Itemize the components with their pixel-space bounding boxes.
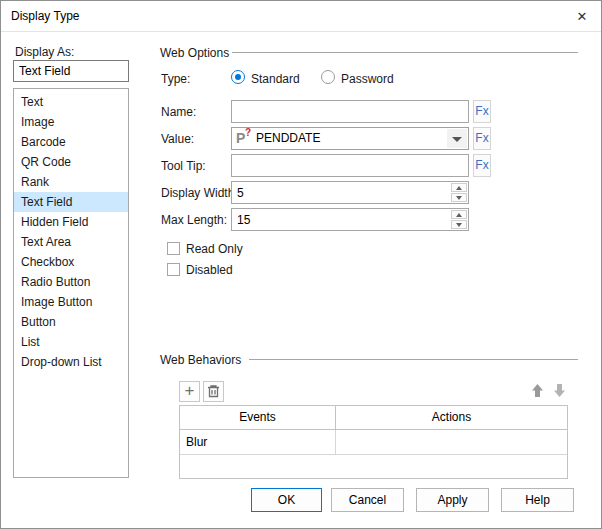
read-only-checkbox[interactable]	[167, 242, 180, 255]
display-as-listbox: Text Image Barcode QR Code Rank Text Fie…	[13, 88, 129, 478]
web-options-title: Web Options	[160, 46, 229, 60]
action-cell[interactable]	[336, 430, 567, 454]
behaviors-table-header: Events Actions	[180, 406, 567, 430]
value-label: Value:	[161, 132, 194, 146]
event-cell[interactable]: Blur	[180, 430, 336, 454]
spin-up-icon	[456, 186, 462, 190]
list-item-barcode[interactable]: Barcode	[14, 132, 128, 152]
cancel-button[interactable]: Cancel	[331, 488, 404, 512]
delete-behavior-button[interactable]	[203, 381, 224, 402]
list-item-hidden-field[interactable]: Hidden Field	[14, 212, 128, 232]
display-width-label: Display Width:	[161, 186, 238, 200]
list-item-text-area[interactable]: Text Area	[14, 232, 128, 252]
list-item-image[interactable]: Image	[14, 112, 128, 132]
display-width-spin-down[interactable]	[451, 193, 467, 202]
list-item-button[interactable]: Button	[14, 312, 128, 332]
apply-button[interactable]: Apply	[416, 488, 489, 512]
actions-column-header: Actions	[336, 406, 567, 429]
display-as-label: Display As:	[15, 45, 74, 59]
radio-password[interactable]	[321, 70, 335, 84]
value-combobox[interactable]: P ? PENDDATE	[231, 127, 469, 150]
display-as-input[interactable]	[13, 60, 129, 82]
tooltip-input[interactable]	[231, 154, 469, 177]
display-width-input[interactable]	[231, 181, 469, 204]
behaviors-table: Events Actions Blur	[179, 405, 568, 479]
chevron-down-icon	[452, 137, 462, 142]
name-fx-button[interactable]: Fx	[473, 100, 491, 123]
read-only-label: Read Only	[186, 242, 243, 256]
value-combobox-text: PENDDATE	[256, 128, 320, 149]
tooltip-fx-button[interactable]: Fx	[473, 154, 491, 177]
disabled-label: Disabled	[186, 263, 233, 277]
add-behavior-button[interactable]: +	[179, 381, 200, 402]
max-length-spin-down[interactable]	[451, 220, 467, 229]
help-button[interactable]: Help	[501, 488, 574, 512]
name-label: Name:	[161, 105, 196, 119]
spin-down-icon	[456, 223, 462, 227]
max-length-label: Max Length:	[161, 213, 227, 227]
list-item-radio-button[interactable]: Radio Button	[14, 272, 128, 292]
list-item-rank[interactable]: Rank	[14, 172, 128, 192]
web-options-separator	[232, 52, 578, 53]
table-row[interactable]: Blur	[180, 430, 567, 455]
max-length-input[interactable]	[231, 208, 469, 231]
title-bar: Display Type ✕	[1, 1, 601, 32]
tooltip-label: Tool Tip:	[161, 159, 206, 173]
ok-button[interactable]: OK	[251, 488, 322, 512]
spin-down-icon	[456, 196, 462, 200]
value-dropdown-button[interactable]	[447, 129, 467, 148]
parameter-icon: P ?	[236, 130, 252, 146]
max-length-spin-up[interactable]	[451, 210, 467, 219]
list-item-drop-down-list[interactable]: Drop-down List	[14, 352, 128, 372]
radio-password-label: Password	[341, 72, 394, 86]
plus-icon: +	[185, 381, 195, 400]
display-width-stepper	[231, 181, 469, 204]
list-item-image-button[interactable]: Image Button	[14, 292, 128, 312]
name-input[interactable]	[231, 100, 469, 123]
list-item-text-field[interactable]: Text Field	[14, 192, 128, 212]
radio-standard-label: Standard	[251, 72, 300, 86]
web-behaviors-title: Web Behaviors	[160, 353, 241, 367]
radio-standard[interactable]	[231, 70, 245, 84]
value-fx-button[interactable]: Fx	[473, 127, 491, 150]
move-down-button[interactable]	[550, 381, 569, 400]
list-item-qr-code[interactable]: QR Code	[14, 152, 128, 172]
arrow-up-icon	[528, 381, 547, 400]
trash-icon	[206, 384, 221, 399]
max-length-stepper	[231, 208, 469, 231]
dialog-title: Display Type	[11, 9, 79, 23]
spin-up-icon	[456, 213, 462, 217]
list-item-text[interactable]: Text	[14, 92, 128, 112]
events-column-header: Events	[180, 406, 336, 429]
arrow-down-icon	[550, 381, 569, 400]
move-up-button[interactable]	[528, 381, 547, 400]
table-empty-area	[180, 455, 567, 478]
web-behaviors-separator	[249, 359, 578, 360]
disabled-checkbox[interactable]	[167, 263, 180, 276]
display-type-dialog: Display Type ✕ Display As: Text Image Ba…	[0, 0, 602, 529]
type-label: Type:	[161, 72, 190, 86]
list-item-list[interactable]: List	[14, 332, 128, 352]
display-width-spin-up[interactable]	[451, 183, 467, 192]
close-icon[interactable]: ✕	[570, 6, 594, 27]
list-item-checkbox[interactable]: Checkbox	[14, 252, 128, 272]
